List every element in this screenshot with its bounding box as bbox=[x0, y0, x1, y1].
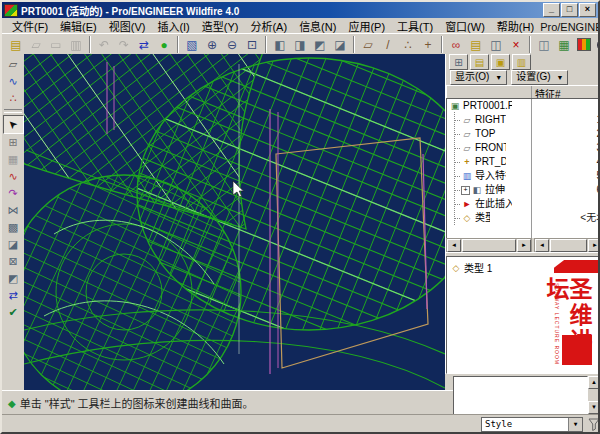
menu-item[interactable]: 插入(I) bbox=[151, 18, 195, 34]
menu-item[interactable]: 窗口(W) bbox=[439, 18, 491, 34]
saved-views-button[interactable]: ◧ bbox=[270, 36, 290, 54]
graphics-viewport[interactable] bbox=[24, 54, 445, 390]
scroll-left-icon[interactable]: ◄ bbox=[535, 239, 549, 252]
shaded-style-button[interactable]: ◪ bbox=[330, 36, 350, 54]
column-hscrollbar[interactable]: ◄ ► bbox=[534, 238, 600, 253]
surface-edit-tool[interactable]: ◩ bbox=[4, 270, 23, 287]
toolbar-group: ◧◨◩◪ bbox=[270, 36, 350, 54]
style-curve-tool[interactable]: ∿ bbox=[4, 168, 23, 185]
tree-columns-button[interactable]: ⊞ bbox=[449, 54, 468, 70]
settings-dropdown[interactable]: 设置(G) ▼ bbox=[511, 70, 568, 85]
filter-icon[interactable] bbox=[588, 417, 600, 430]
zoom-out-button[interactable]: ⊖ bbox=[222, 36, 242, 54]
tree-item[interactable]: ▣PRT0001.PRT bbox=[447, 99, 600, 113]
regenerate-button[interactable]: ⇄ bbox=[134, 36, 154, 54]
menu-item[interactable]: 工具(T) bbox=[391, 18, 439, 34]
point-tool[interactable]: ∴ bbox=[4, 90, 23, 107]
mode-combobox[interactable]: Style ▼ bbox=[481, 417, 583, 432]
close-button[interactable]: × bbox=[579, 3, 596, 17]
refit-button[interactable]: ⊡ bbox=[242, 36, 262, 54]
browser-button[interactable] bbox=[594, 36, 600, 54]
curve-icon: ∿ bbox=[8, 75, 17, 88]
tree-item[interactable]: ▱TOP2 bbox=[447, 127, 600, 141]
grid-plane-tool[interactable]: ▦ bbox=[4, 151, 23, 168]
zoom-in-button[interactable]: ⊕ bbox=[202, 36, 222, 54]
maximize-button[interactable]: □ bbox=[561, 3, 578, 17]
menu-item[interactable]: 分析(A) bbox=[244, 18, 293, 34]
datum-points-toggle[interactable]: ∴ bbox=[398, 36, 418, 54]
scroll-right-icon[interactable]: ► bbox=[588, 239, 600, 252]
new-window-button[interactable]: ◫ bbox=[534, 36, 554, 54]
model-player-button[interactable]: ● bbox=[154, 36, 174, 54]
zoom-window-button[interactable]: ▧ bbox=[182, 36, 202, 54]
menu-item[interactable]: 视图(V) bbox=[103, 18, 152, 34]
wireframe-svg bbox=[24, 54, 445, 390]
scrollbar-thumb[interactable] bbox=[550, 239, 587, 252]
tree-toggle-button[interactable]: ▤ bbox=[466, 36, 486, 54]
merge-tool[interactable]: ⊠ bbox=[4, 253, 23, 270]
undo-button[interactable]: ↶ bbox=[94, 36, 114, 54]
brand-text: Pro/ENGINEER 三维曲面视频教学解决方案 版权所有:海玉业 bbox=[540, 18, 600, 34]
tree-item[interactable]: +◧拉伸 16 bbox=[447, 183, 600, 197]
prompt-icon: ◆ bbox=[8, 398, 16, 409]
save-button[interactable]: ▭ bbox=[46, 36, 66, 54]
curve-tool[interactable]: ∿ bbox=[4, 73, 23, 90]
scroll-left-icon[interactable]: ◄ bbox=[447, 239, 461, 252]
tree-item[interactable]: +PRT_DEF_CSYS4 bbox=[447, 155, 600, 169]
scroll-down-icon[interactable]: ▼ bbox=[588, 401, 600, 414]
tree-show-button[interactable]: ▤ bbox=[470, 54, 489, 70]
select-tool[interactable]: ➤ bbox=[3, 115, 24, 134]
tree-item[interactable]: ◇类型 1<无> bbox=[447, 211, 600, 225]
combo-dropdown-icon[interactable]: ▼ bbox=[568, 418, 582, 431]
trim-tool[interactable]: ◪ bbox=[4, 236, 23, 253]
datum-planes-toggle[interactable]: ▱ bbox=[358, 36, 378, 54]
close-window-button[interactable]: × bbox=[506, 36, 526, 54]
link-button[interactable]: ∞ bbox=[446, 36, 466, 54]
internal-plane-tool[interactable]: ⊞ bbox=[4, 134, 23, 151]
drop-curve-tool[interactable]: ↷ bbox=[4, 185, 23, 202]
hidden-line-style-button[interactable]: ◩ bbox=[310, 36, 330, 54]
surface-tool[interactable]: ▩ bbox=[4, 219, 23, 236]
tree-item-label: PRT0001.PRT bbox=[463, 99, 512, 113]
tree-hscrollbar[interactable]: ◄ ► bbox=[446, 238, 532, 253]
regenerate-tool[interactable]: ⇄ bbox=[4, 287, 23, 304]
scrollbar-thumb[interactable] bbox=[462, 239, 516, 252]
done-tool[interactable]: ✔ bbox=[4, 304, 23, 321]
tree-highlight-button[interactable]: ▣ bbox=[491, 54, 510, 70]
curve-edit-tool[interactable]: ⋈ bbox=[4, 202, 23, 219]
menu-item[interactable]: 造型(Y) bbox=[196, 18, 245, 34]
datum-plane-icon: ▱ bbox=[461, 127, 473, 141]
render-button[interactable]: ▦ bbox=[554, 36, 574, 54]
expand-icon[interactable]: + bbox=[461, 186, 470, 195]
datum-axes-toggle[interactable]: / bbox=[378, 36, 398, 54]
scroll-right-icon[interactable]: ► bbox=[517, 239, 531, 252]
minimize-button[interactable]: _ bbox=[543, 3, 560, 17]
tree-settings-button[interactable]: ▥ bbox=[512, 54, 531, 70]
datum-plane-tool[interactable]: ▱ bbox=[4, 56, 23, 73]
show-dropdown[interactable]: 显示(O) ▼ bbox=[450, 70, 507, 85]
tree-item[interactable]: ►在此插入 bbox=[447, 197, 600, 211]
menu-item[interactable]: 编辑(E) bbox=[54, 18, 103, 34]
menu-item[interactable]: 应用(P) bbox=[342, 18, 391, 34]
wireframe-style-button[interactable]: ◨ bbox=[290, 36, 310, 54]
csys-toggle[interactable]: + bbox=[418, 36, 438, 54]
toolbar-separator bbox=[4, 109, 22, 113]
tree-connector bbox=[455, 148, 460, 149]
open-file-button[interactable]: ▱ bbox=[26, 36, 46, 54]
tree-item[interactable]: ▱FRONT3 bbox=[447, 141, 600, 155]
redo-button[interactable]: ↷ bbox=[114, 36, 134, 54]
menu-item[interactable]: 文件(F) bbox=[6, 18, 54, 34]
toolbar-group: ∞▤◫× bbox=[446, 36, 526, 54]
window-title: PRT0001 (活动的) - Pro/ENGINEER Wildfire 4.… bbox=[21, 3, 543, 18]
menu-item[interactable]: 帮助(H) bbox=[491, 18, 540, 34]
datum-plane-icon: ▱ bbox=[461, 141, 473, 155]
menu-item[interactable]: 信息(N) bbox=[293, 18, 342, 34]
appearance-button[interactable] bbox=[574, 36, 594, 54]
tree-item[interactable]: ▱RIGHT1 bbox=[447, 113, 600, 127]
message-log[interactable] bbox=[453, 376, 588, 416]
scroll-up-icon[interactable]: ▲ bbox=[588, 376, 600, 389]
new-file-button[interactable]: ▤ bbox=[6, 36, 26, 54]
print-button[interactable]: ▥ bbox=[66, 36, 86, 54]
tree-item[interactable]: ▥导入特征 标识465 bbox=[447, 169, 600, 183]
toolbars-button[interactable]: ◫ bbox=[486, 36, 506, 54]
